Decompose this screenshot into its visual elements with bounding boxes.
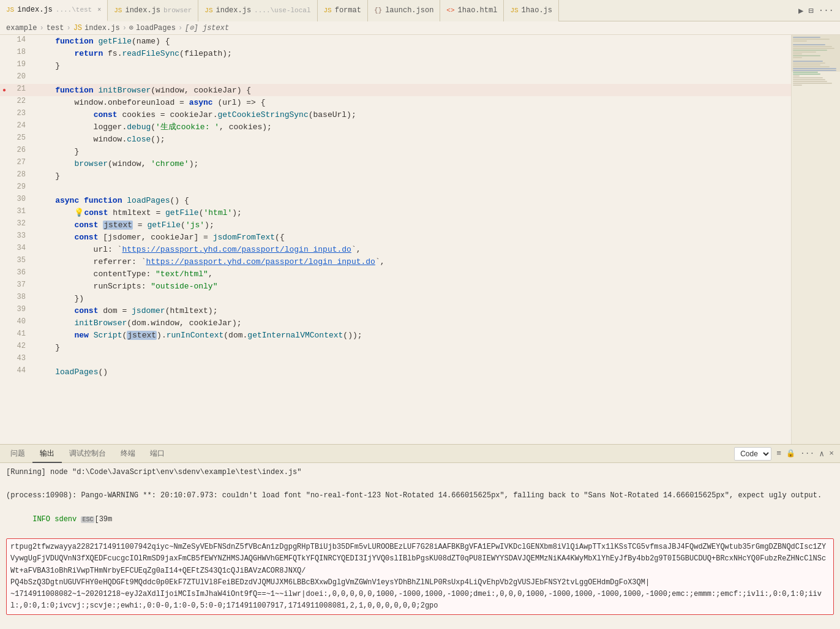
line-number: 35 [9, 255, 33, 268]
panel-chevron-up-icon[interactable]: ∧ [819, 449, 824, 459]
panel-content[interactable]: [Running] node "d:\Code\JavaScript\env\s… [0, 463, 840, 628]
tab-index-js-browser[interactable]: JS index.js browser [108, 0, 198, 21]
panel-tabs: 问题 输出 调试控制台 终端 端口 Code ≡ 🔒 ··· ∧ × [0, 445, 840, 463]
line-content: loadPages() [33, 366, 791, 378]
line-content: new Script(jstext).runInContext(dom.getI… [33, 329, 791, 341]
line-number: 19 [9, 59, 33, 72]
line-content: referrer: `https://passport.yhd.com/pass… [33, 255, 791, 268]
tab-actions: ▶ ⊟ ··· [798, 6, 840, 16]
line-content: } [33, 341, 791, 353]
breadcrumb: example › test › JS index.js › ⊙ loadPag… [0, 21, 840, 35]
breadcrumb-part: [⊙] jstext [185, 23, 229, 32]
error-indicator [0, 121, 9, 133]
table-row: 40 initBrowser(dom.window, cookieJar); [0, 317, 791, 329]
code-table: 14 function getFile(name) { 18 return fs… [0, 35, 791, 378]
line-number: 22 [9, 96, 33, 108]
table-row: 31 💡const htmltext = getFile('html'); [0, 206, 791, 219]
panel-tab-problems[interactable]: 问题 [3, 445, 32, 463]
error-indicator [0, 145, 9, 157]
line-content: function getFile(name) { [33, 35, 791, 47]
error-indicator [0, 341, 9, 353]
line-number: 21 [9, 84, 33, 96]
panel-filter-icon[interactable]: ≡ [776, 449, 781, 458]
tab-format[interactable]: JS format [318, 0, 368, 21]
line-number: 29 [9, 182, 33, 194]
tab-bar: JS index.js ....\test × JS index.js brow… [0, 0, 840, 21]
table-row: 18 return fs.readFileSync(filepath); [0, 47, 791, 59]
panel-more-icon[interactable]: ··· [800, 449, 814, 458]
error-indicator [0, 317, 9, 329]
js-icon: JS [114, 7, 122, 14]
tab-1hao-html[interactable]: <> 1hao.html [440, 0, 504, 21]
line-content: url: `https://passport.yhd.com/passport/… [33, 243, 791, 255]
terminal-empty-line [6, 478, 834, 490]
tab-index-js-use-local[interactable]: JS index.js ....\use-local [198, 0, 317, 21]
panel-tab-output[interactable]: 输出 [32, 445, 62, 463]
tab-launch-json[interactable]: {} launch.json [368, 0, 440, 21]
table-row: 39 const dom = jsdomer(htmltext); [0, 304, 791, 317]
error-indicator [0, 366, 9, 378]
breadcrumb-part[interactable]: index.js [84, 24, 120, 32]
bottom-panel: 问题 输出 调试控制台 终端 端口 Code ≡ 🔒 ··· ∧ × [Runn… [0, 444, 840, 628]
tab-sublabel: ....\test [56, 6, 92, 13]
line-number: 28 [9, 170, 33, 182]
table-row: 25 window.close(); [0, 133, 791, 145]
terminal-running-line: [Running] node "d:\Code\JavaScript\env\s… [6, 467, 834, 478]
line-number: 26 [9, 145, 33, 157]
tab-label: index.js [216, 6, 251, 15]
line-number: 37 [9, 280, 33, 292]
line-number: 32 [9, 219, 33, 231]
breadcrumb-part[interactable]: loadPages [136, 24, 176, 32]
tab-close-icon[interactable]: × [97, 7, 101, 13]
error-indicator [0, 206, 9, 219]
line-content [33, 72, 791, 84]
js-icon: JS [510, 7, 518, 14]
line-content: const [jsdomer, cookieJar] = jsdomFromTe… [33, 231, 791, 243]
error-indicator [0, 268, 9, 280]
tab-1hao-js[interactable]: JS 1hao.js [504, 0, 559, 21]
breadcrumb-part: test [47, 24, 64, 32]
tab-index-js-test[interactable]: JS index.js ....\test × [0, 0, 108, 21]
error-indicator [0, 219, 9, 231]
line-content: } [33, 145, 791, 157]
error-indicator [0, 231, 9, 243]
split-icon[interactable]: ⊟ [808, 6, 813, 16]
error-indicator [0, 280, 9, 292]
table-row: 27 browser(window, 'chrome'); [0, 157, 791, 170]
error-indicator [0, 292, 9, 304]
table-row: 28 } [0, 170, 791, 182]
error-indicator [0, 170, 9, 182]
minimap[interactable] [791, 35, 840, 444]
panel-output-select[interactable]: Code [734, 447, 771, 461]
panel-lock-icon[interactable]: 🔒 [786, 449, 795, 458]
tab-label: 1hao.js [522, 6, 552, 15]
error-indicator [0, 59, 9, 72]
breadcrumb-sep: › [178, 24, 182, 32]
panel-tab-debug[interactable]: 调试控制台 [62, 445, 113, 463]
error-indicator [0, 133, 9, 145]
line-content: contentType: "text/html", [33, 268, 791, 280]
terminal-escape-line: INFO sdenv ESC[39m [6, 502, 834, 538]
line-content: logger.debug('生成cookie: ', cookies); [33, 121, 791, 133]
more-icon[interactable]: ··· [819, 6, 834, 15]
panel-tab-ports[interactable]: 端口 [143, 445, 172, 463]
line-content: } [33, 59, 791, 72]
line-number: 24 [9, 121, 33, 133]
line-number: 42 [9, 341, 33, 353]
table-row: 20 [0, 72, 791, 84]
line-content: runScripts: "outside-only" [33, 280, 791, 292]
code-editor[interactable]: 14 function getFile(name) { 18 return fs… [0, 35, 791, 444]
tab-sublabel: ....\use-local [254, 7, 310, 14]
panel-tab-terminal[interactable]: 终端 [113, 445, 143, 463]
table-row: 26 } [0, 145, 791, 157]
error-indicator [0, 96, 9, 108]
js-icon: JS [324, 7, 332, 14]
terminal-error-box: rtpug2tfwzwayya22821714911007942qiyc~NmZ… [6, 538, 834, 615]
panel-close-icon[interactable]: × [829, 449, 834, 458]
error-indicator [0, 255, 9, 268]
line-content: window.close(); [33, 133, 791, 145]
table-row: 24 logger.debug('生成cookie: ', cookies); [0, 121, 791, 133]
run-icon[interactable]: ▶ [798, 6, 803, 16]
error-indicator [0, 72, 9, 84]
table-row: 30 async function loadPages() { [0, 194, 791, 206]
